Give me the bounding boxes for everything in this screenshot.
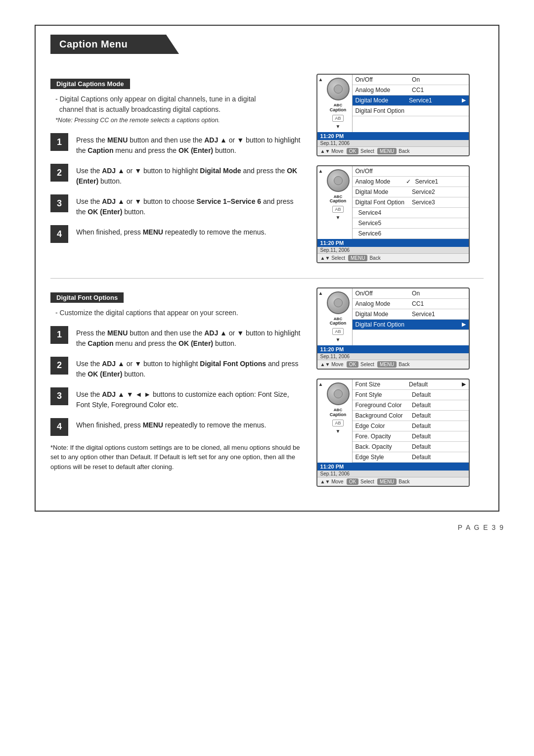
digital-font-header: Digital Font Options: [50, 292, 124, 303]
tv-menu-col-2: On/Off Analog Mode ✓ Service1 Digital Mo…: [353, 166, 469, 239]
tv-menu-row-analog-3: Analog Mode CC1: [353, 299, 469, 309]
tv-menu-row-analog-2: Analog Mode ✓ Service1: [353, 177, 469, 187]
tv-menu-row-fontsize: Font Size Default ▶: [353, 379, 469, 390]
tv-screen-2: ▲ ABCCaption AB ▼: [316, 165, 470, 263]
digital-captions-left: Digital Captions Mode - Digital Captions…: [50, 74, 302, 263]
digital-captions-screens: ▲ ABCCaption AB ▼: [316, 74, 484, 263]
right-arrow-icon-3: ▶: [460, 321, 466, 328]
font-step-1: 1 Press the MENU button and then use the…: [50, 325, 302, 349]
font-step-text-1: Press the MENU button and then use the A…: [76, 325, 302, 349]
remote-dial-inner-4: [334, 389, 343, 398]
ab-box-2: AB: [332, 206, 343, 213]
menu-button-label-1: MENU: [377, 148, 397, 154]
tv-time-4: 11:20 PM: [317, 463, 469, 471]
tv-menu-row-onoff-2: On/Off: [353, 166, 469, 177]
down-arrow-icon-3: ▼: [336, 337, 341, 342]
font-step-text-3: Use the ADJ ▲ ▼ ◄ ► buttons to customize…: [76, 386, 302, 410]
tv-top-1: ▲ ABCCaption AB ▼: [317, 75, 469, 132]
tv-menu-row-onoff-1: On/Off On: [353, 75, 469, 85]
step-num-3: 3: [50, 194, 68, 212]
up-arrow-icon-4: ▲: [318, 381, 323, 387]
ab-box-3: AB: [332, 328, 343, 335]
ok-button-label-3: OK: [347, 361, 358, 368]
tv-arrow-col-4: ▲: [317, 379, 324, 463]
tv-menu-row-onoff-3: On/Off On: [353, 288, 469, 299]
digital-captions-section: Digital Captions Mode - Digital Captions…: [50, 74, 484, 263]
tv-arrow-col-2: ▲: [317, 166, 324, 239]
page-number: P A G E 3 9: [20, 523, 514, 531]
step-text-3: Use the ADJ ▲ or ▼ button to choose Serv…: [76, 193, 302, 217]
down-arrow-icon-4: ▼: [336, 428, 341, 434]
tv-menu-row-foreopacity: Fore. Opacity Default: [353, 431, 469, 442]
remote-dial-inner-3: [334, 298, 343, 307]
ab-box-4: AB: [332, 420, 343, 426]
tv-menu-row-analog-1: Analog Mode CC1: [353, 85, 469, 95]
bottom-note: *Note: If the digital options custom set…: [50, 443, 302, 472]
remote-dial-inner-1: [334, 85, 343, 94]
step-num-4: 4: [50, 225, 68, 243]
tv-screen-4: ▲ ABCCaption AB ▼: [316, 378, 470, 487]
tv-time-2: 11:20 PM: [317, 239, 469, 247]
tv-menu-row-font-3: Digital Font Option ▶: [353, 320, 469, 330]
tv-remote-col-1: ABCCaption AB ▼: [324, 75, 353, 132]
step-1: 1 Press the MENU button and then use the…: [50, 132, 302, 156]
up-arrow-icon-2: ▲: [318, 168, 323, 174]
font-step-4: 4 When finished, press MENU repeatedly t…: [50, 417, 302, 436]
tv-top-4: ▲ ABCCaption AB ▼: [317, 379, 469, 463]
digital-font-intro: - Customize the digital captions that ap…: [50, 308, 302, 318]
caption-label-3: ABCCaption: [330, 317, 347, 327]
tv-date-2: Sep.11, 2006: [317, 247, 469, 253]
menu-button-label-4: MENU: [377, 478, 397, 485]
step-num-2: 2: [50, 164, 68, 182]
page-title: Caption Menu: [50, 35, 179, 54]
tv-menu-row-fontstyle: Font Style Default: [353, 390, 469, 400]
tv-bottom-2: ▲▼ Select MENU Back: [317, 253, 469, 262]
tv-bottom-1: ▲▼ Move OK Select MENU Back: [317, 146, 469, 155]
right-arrow-icon-1: ▶: [460, 97, 466, 104]
ab-box-1: AB: [332, 115, 343, 122]
tv-menu-row-font-2: Digital Font Option Service3: [353, 197, 469, 208]
digital-font-screens: ▲ ABCCaption AB ▼: [316, 287, 484, 487]
tv-date-4: Sep.11, 2006: [317, 471, 469, 477]
tv-arrow-col-3: ▲: [317, 288, 324, 346]
tv-screen-1: ▲ ABCCaption AB ▼: [316, 74, 470, 156]
tv-menu-col-3: On/Off On Analog Mode CC1 Digital Mode S…: [353, 288, 469, 346]
step-text-1: Press the MENU button and then use the A…: [76, 132, 302, 156]
tv-menu-row-s5: Service5: [353, 218, 469, 229]
font-step-num-2: 2: [50, 357, 68, 375]
tv-date-3: Sep.11, 2006: [317, 353, 469, 360]
remote-dial-1: [327, 78, 350, 100]
title-bar: Caption Menu: [50, 35, 484, 54]
caption-label-2: ABCCaption: [330, 195, 347, 204]
digital-font-section: Digital Font Options - Customize the dig…: [50, 287, 484, 487]
tv-menu-row-font-1: Digital Font Option: [353, 106, 469, 116]
digital-font-left: Digital Font Options - Customize the dig…: [50, 287, 302, 487]
step-num-1: 1: [50, 133, 68, 151]
remote-dial-2: [327, 169, 350, 192]
digital-captions-intro: - Digital Captions only appear on digita…: [50, 94, 302, 125]
tv-menu-row-s6: Service6: [353, 229, 469, 239]
digital-font-steps: 1 Press the MENU button and then use the…: [50, 325, 302, 436]
tv-menu-row-bgcolor: Background Color Default: [353, 411, 469, 421]
step-text-2: Use the ADJ ▲ or ▼ button to highlight D…: [76, 163, 302, 187]
up-arrow-icon-3: ▲: [318, 290, 323, 296]
tv-menu-row-s4: Service4: [353, 208, 469, 218]
tv-top-3: ▲ ABCCaption AB ▼: [317, 288, 469, 346]
tv-bottom-4: ▲▼ Move OK Select MENU Back: [317, 477, 469, 486]
caption-label-4: ABCCaption: [330, 408, 347, 418]
tv-time-1: 11:20 PM: [317, 132, 469, 140]
font-step-2: 2 Use the ADJ ▲ or ▼ button to highlight…: [50, 356, 302, 379]
tv-arrow-col-1: ▲: [317, 75, 324, 132]
right-arrow-icon-4: ▶: [460, 381, 466, 388]
remote-dial-3: [327, 291, 350, 314]
ok-button-label-1: OK: [347, 148, 358, 154]
font-step-num-3: 3: [50, 387, 68, 405]
font-step-text-2: Use the ADJ ▲ or ▼ button to highlight D…: [76, 356, 302, 379]
digital-captions-header: Digital Captions Mode: [50, 79, 130, 89]
step-3: 3 Use the ADJ ▲ or ▼ button to choose Se…: [50, 193, 302, 217]
tv-remote-col-3: ABCCaption AB ▼: [324, 288, 353, 346]
section-divider: [50, 278, 484, 279]
tv-bottom-3: ▲▼ Move OK Select MENU Back: [317, 360, 469, 369]
tv-remote-col-2: ABCCaption AB ▼: [324, 166, 353, 239]
font-step-text-4: When finished, press MENU repeatedly to …: [76, 417, 266, 430]
